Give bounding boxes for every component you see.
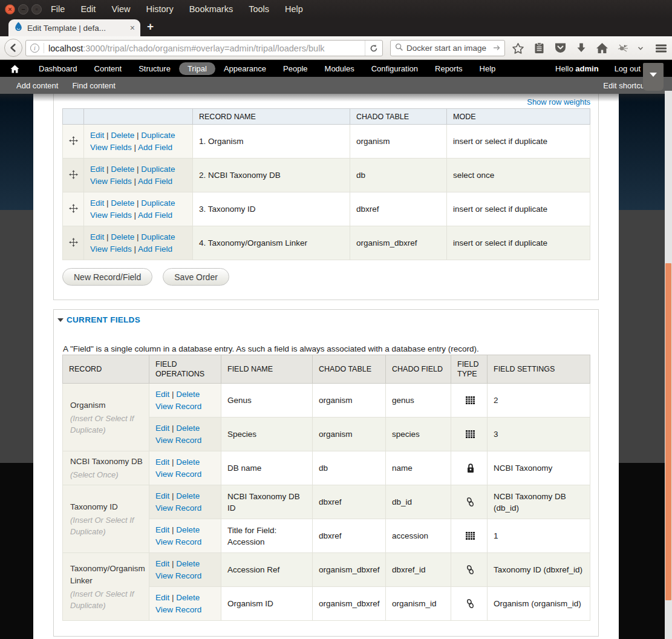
search-bar[interactable]: Docker start an image (390, 40, 505, 56)
delete-link[interactable]: Delete (176, 390, 200, 399)
site-info-icon[interactable]: i (30, 44, 39, 53)
duplicate-link[interactable]: Duplicate (141, 198, 175, 208)
admin-item-dashboard[interactable]: Dashboard (30, 62, 86, 75)
edit-link[interactable]: Edit (90, 165, 104, 174)
bookmarks-list-icon[interactable] (533, 42, 545, 54)
url-bar[interactable]: i localhost:3000/tripal/chado/organism#o… (25, 40, 383, 56)
view-record-link[interactable]: View Record (155, 436, 201, 445)
delete-link[interactable]: Delete (176, 457, 200, 467)
view-record-link[interactable]: View Record (155, 402, 201, 411)
edit-link[interactable]: Edit (155, 491, 169, 500)
menu-view[interactable]: View (111, 4, 130, 14)
window-controls: × – ▫ (5, 4, 42, 15)
chado-table-cell: db (350, 159, 447, 192)
drag-handle-icon[interactable] (69, 172, 78, 181)
scrollbar-thumb[interactable] (665, 263, 671, 600)
admin-item-configuration[interactable]: Configuration (363, 62, 426, 75)
view-fields-link[interactable]: View Fields (90, 143, 132, 152)
drag-handle-icon[interactable] (69, 240, 78, 249)
window-close-button[interactable]: × (5, 4, 15, 15)
add-field-link[interactable]: Add Field (138, 244, 172, 254)
delete-link[interactable]: Delete (176, 424, 200, 433)
show-row-weights-link[interactable]: Show row weights (527, 97, 590, 106)
view-record-link[interactable]: View Record (155, 571, 201, 580)
menu-tools[interactable]: Tools (249, 4, 269, 14)
new-record-field-button[interactable]: New Record/Field (62, 268, 152, 286)
save-order-button[interactable]: Save Order (163, 268, 229, 286)
downloads-icon[interactable] (576, 42, 587, 54)
edit-link[interactable]: Edit (155, 593, 169, 602)
add-content-link[interactable]: Add content (16, 81, 58, 90)
view-record-link[interactable]: View Record (155, 470, 201, 479)
delete-link[interactable]: Delete (176, 525, 200, 534)
find-content-link[interactable]: Find content (72, 81, 116, 90)
view-fields-link[interactable]: View Fields (90, 211, 132, 220)
page-scrollbar[interactable] (665, 91, 672, 639)
tab-close-icon[interactable]: × (130, 23, 135, 33)
drag-handle-icon[interactable] (69, 138, 78, 147)
delete-link[interactable]: Delete (176, 491, 200, 500)
delete-link[interactable]: Delete (111, 232, 134, 241)
view-record-link[interactable]: View Record (155, 605, 201, 614)
delete-link[interactable]: Delete (176, 559, 200, 568)
edit-link[interactable]: Edit (155, 390, 169, 399)
edit-link[interactable]: Edit (155, 457, 169, 467)
hamburger-menu-icon[interactable] (655, 44, 667, 53)
menu-bookmarks[interactable]: Bookmarks (189, 4, 233, 14)
toolbar-toggle-button[interactable] (643, 63, 664, 91)
add-field-link[interactable]: Add Field (138, 143, 172, 152)
pocket-icon[interactable] (554, 42, 567, 54)
separator: | (169, 559, 176, 568)
current-fields-legend[interactable]: CURRENT FIELDS (57, 315, 140, 324)
edit-link[interactable]: Edit (90, 198, 104, 208)
collapse-arrow-icon (57, 318, 64, 322)
delete-link[interactable]: Delete (176, 593, 200, 602)
add-field-link[interactable]: Add Field (138, 211, 172, 220)
duplicate-link[interactable]: Duplicate (141, 131, 175, 140)
delete-link[interactable]: Delete (111, 198, 134, 208)
view-fields-link[interactable]: View Fields (90, 177, 132, 186)
window-maximize-button[interactable]: ▫ (31, 4, 42, 15)
admin-item-structure[interactable]: Structure (130, 62, 179, 75)
view-record-link[interactable]: View Record (155, 537, 201, 546)
back-button[interactable] (4, 39, 22, 57)
bookmark-star-icon[interactable] (512, 42, 524, 54)
duplicate-link[interactable]: Duplicate (141, 232, 175, 241)
add-field-link[interactable]: Add Field (138, 177, 172, 186)
menu-file[interactable]: File (51, 4, 65, 14)
menu-history[interactable]: History (146, 4, 174, 14)
view-record-link[interactable]: View Record (155, 503, 201, 513)
drag-handle-icon[interactable] (69, 206, 78, 215)
new-tab-button[interactable]: + (147, 20, 154, 33)
admin-item-content[interactable]: Content (86, 62, 131, 75)
admin-item-appearance[interactable]: Appearance (215, 62, 275, 75)
menu-edit[interactable]: Edit (80, 4, 96, 14)
field-name-cell: DB name (221, 451, 313, 485)
reload-icon[interactable] (365, 41, 382, 56)
admin-item-reports[interactable]: Reports (426, 62, 471, 75)
chevron-down-icon[interactable] (638, 46, 644, 51)
home-icon[interactable] (596, 42, 608, 54)
search-go-icon[interactable] (493, 43, 501, 54)
admin-item-modules[interactable]: Modules (316, 62, 363, 75)
edit-link[interactable]: Edit (155, 424, 169, 433)
menu-help[interactable]: Help (285, 4, 303, 14)
admin-item-people[interactable]: People (275, 62, 316, 75)
extension-icon[interactable] (618, 44, 628, 53)
window-minimize-button[interactable]: – (18, 4, 28, 15)
edit-link[interactable]: Edit (90, 131, 104, 140)
view-fields-link[interactable]: View Fields (90, 244, 132, 254)
field-row: NCBI Taxonomy DB(Select Once)Edit | Dele… (63, 451, 590, 485)
delete-link[interactable]: Delete (111, 165, 134, 174)
logout-link[interactable]: Log out (615, 64, 641, 73)
admin-item-help[interactable]: Help (471, 62, 504, 75)
field-row: Taxonomy/Organism Linker(Insert Or Selec… (63, 553, 590, 587)
browser-tab[interactable]: Edit Template | defa... × (8, 19, 140, 36)
admin-home-icon[interactable] (10, 65, 19, 73)
edit-link[interactable]: Edit (155, 559, 169, 568)
edit-link[interactable]: Edit (90, 232, 104, 241)
admin-item-tripal[interactable]: Tripal (179, 62, 215, 75)
duplicate-link[interactable]: Duplicate (141, 165, 175, 174)
edit-link[interactable]: Edit (155, 525, 169, 534)
delete-link[interactable]: Delete (111, 131, 134, 140)
